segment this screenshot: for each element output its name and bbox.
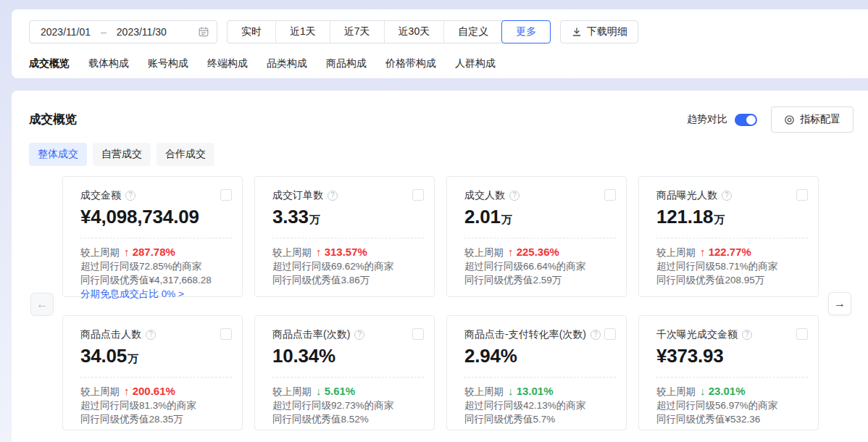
trend-compare-toggle[interactable] bbox=[735, 114, 757, 126]
tab-price-band[interactable]: 价格带构成 bbox=[385, 57, 436, 70]
tab-product[interactable]: 商品构成 bbox=[326, 57, 367, 70]
help-icon[interactable]: ? bbox=[722, 191, 732, 201]
filter-bar: 2023/11/01 – 2023/11/30 实时 近1天 近7天 近30天 … bbox=[12, 9, 868, 78]
metric-checkbox[interactable] bbox=[220, 328, 232, 340]
compare-line: 较上周期↓ 5.61% bbox=[272, 384, 424, 399]
metric-checkbox[interactable] bbox=[604, 328, 616, 340]
tab-carrier[interactable]: 载体构成 bbox=[88, 57, 129, 70]
section-tabs: 成交概览 载体构成 账号构成 终端构成 品类构成 商品构成 价格带构成 人群构成 bbox=[29, 57, 496, 70]
calendar-icon[interactable] bbox=[198, 26, 209, 38]
metric-title: 商品曝光人数 bbox=[656, 189, 717, 202]
compare-line: 较上周期↑ 287.78% bbox=[80, 245, 232, 259]
help-icon[interactable]: ? bbox=[125, 191, 135, 201]
compare-line: 较上周期↑ 200.61% bbox=[80, 384, 232, 399]
excellent-line: 同行同级优秀值¥532.36 bbox=[656, 412, 808, 426]
tab-terminal[interactable]: 终端构成 bbox=[207, 57, 248, 70]
metric-value: 2.94% bbox=[464, 345, 616, 367]
quick-range-group: 实时 近1天 近7天 近30天 自定义 更多 bbox=[227, 20, 551, 43]
quick-range-1d[interactable]: 近1天 bbox=[275, 21, 330, 43]
date-end[interactable]: 2023/11/30 bbox=[117, 26, 167, 38]
date-separator: – bbox=[101, 26, 107, 38]
right-arrow-icon: → bbox=[834, 297, 846, 310]
peer-line: 超过同行同级42.13%的商家 bbox=[464, 399, 616, 412]
metric-card-cpm-deal-amount: 千次曝光成交金额 ? ¥373.93 较上周期↓ 23.01% 超过同行同级56… bbox=[638, 315, 819, 430]
excellent-line: 同行同级优秀值5.7% bbox=[464, 412, 616, 426]
date-range-picker[interactable]: 2023/11/01 – 2023/11/30 bbox=[29, 20, 217, 43]
help-icon[interactable]: ? bbox=[327, 191, 338, 201]
divider bbox=[656, 377, 808, 378]
change-value: ↓ 13.01% bbox=[508, 385, 554, 397]
carousel-next-button[interactable]: → bbox=[828, 292, 851, 315]
quick-range-realtime[interactable]: 实时 bbox=[228, 21, 275, 43]
help-icon[interactable]: ? bbox=[354, 330, 364, 340]
deal-scope-subtabs: 整体成交 自营成交 合作成交 bbox=[29, 143, 214, 166]
metric-title: 成交金额 bbox=[80, 189, 121, 202]
help-icon[interactable]: ? bbox=[742, 330, 752, 340]
excellent-line: 同行同级优秀值¥4,317,668.28 bbox=[80, 273, 232, 287]
subtab-self-operated[interactable]: 自营成交 bbox=[93, 143, 151, 166]
peer-line: 超过同行同级66.64%的商家 bbox=[464, 259, 616, 273]
metric-title: 商品点击-支付转化率(次数) bbox=[464, 328, 586, 341]
metric-card-click-users: 商品点击人数 ? 34.05万 较上周期↑ 200.61% 超过同行同级81.3… bbox=[62, 315, 243, 430]
toggle-knob bbox=[746, 115, 756, 125]
carousel-prev-button[interactable]: ← bbox=[30, 293, 54, 316]
help-icon[interactable]: ? bbox=[591, 330, 601, 340]
metric-card-exposure-users: 商品曝光人数 ? 121.18万 较上周期↑ 122.77% 超过同行同级58.… bbox=[638, 176, 819, 297]
download-icon bbox=[572, 27, 582, 37]
quick-range-more[interactable]: 更多 bbox=[501, 20, 551, 43]
trend-compare-label: 趋势对比 bbox=[687, 113, 727, 126]
peer-line: 超过同行同级69.62%的商家 bbox=[272, 259, 424, 273]
metric-title: 商品点击率(次数) bbox=[272, 328, 350, 341]
metric-title: 成交人数 bbox=[464, 189, 505, 202]
metric-value: 10.34% bbox=[272, 345, 424, 367]
excellent-line: 同行同级优秀值3.86万 bbox=[272, 273, 424, 287]
help-icon[interactable]: ? bbox=[146, 330, 156, 340]
metric-checkbox[interactable] bbox=[796, 189, 808, 201]
config-icon bbox=[784, 114, 795, 125]
metric-card-click-pay-conversion: 商品点击-支付转化率(次数) ? 2.94% 较上周期↓ 13.01% 超过同行… bbox=[446, 315, 627, 430]
metric-checkbox[interactable] bbox=[604, 189, 616, 201]
change-value: ↑ 313.57% bbox=[316, 246, 367, 258]
download-label: 下载明细 bbox=[587, 25, 627, 38]
compare-line: 较上周期↑ 225.36% bbox=[464, 245, 616, 259]
metric-checkbox[interactable] bbox=[412, 328, 424, 340]
quick-range-30d[interactable]: 近30天 bbox=[384, 21, 444, 43]
installment-link[interactable]: 分期免息成交占比 0% > bbox=[80, 287, 232, 301]
compare-line: 较上周期↑ 313.57% bbox=[272, 245, 424, 259]
tab-audience[interactable]: 人群构成 bbox=[455, 57, 496, 70]
metric-checkbox[interactable] bbox=[796, 328, 808, 340]
subtab-cooperative[interactable]: 合作成交 bbox=[157, 143, 214, 166]
excellent-line: 同行同级优秀值208.95万 bbox=[656, 273, 808, 287]
metric-value: 2.01万 bbox=[464, 206, 616, 228]
date-start[interactable]: 2023/11/01 bbox=[41, 26, 91, 38]
metric-value: 3.33万 bbox=[272, 206, 424, 228]
panel-title: 成交概览 bbox=[29, 112, 77, 128]
subtab-overall[interactable]: 整体成交 bbox=[29, 143, 87, 166]
change-value: ↑ 287.78% bbox=[124, 246, 175, 258]
panel-header-actions: 趋势对比 指标配置 bbox=[687, 107, 854, 133]
metric-config-button[interactable]: 指标配置 bbox=[771, 107, 854, 133]
download-detail-button[interactable]: 下载明细 bbox=[560, 20, 638, 43]
change-value: ↓ 5.61% bbox=[316, 385, 355, 397]
divider bbox=[272, 238, 424, 238]
change-value: ↓ 23.01% bbox=[700, 385, 746, 397]
change-value: ↑ 200.61% bbox=[124, 385, 175, 397]
metric-checkbox[interactable] bbox=[220, 189, 232, 201]
tab-category[interactable]: 品类构成 bbox=[267, 57, 307, 70]
excellent-line: 同行同级优秀值2.59万 bbox=[464, 273, 616, 287]
filter-controls: 2023/11/01 – 2023/11/30 实时 近1天 近7天 近30天 … bbox=[29, 20, 638, 43]
change-value: ↑ 225.36% bbox=[508, 246, 559, 258]
metric-checkbox[interactable] bbox=[412, 189, 424, 201]
compare-line: 较上周期↑ 122.77% bbox=[656, 245, 808, 259]
tab-account[interactable]: 账号构成 bbox=[148, 57, 188, 70]
change-value: ↑ 122.77% bbox=[700, 246, 751, 258]
tab-deal-overview[interactable]: 成交概览 bbox=[29, 57, 70, 70]
help-icon[interactable]: ? bbox=[509, 191, 519, 201]
peer-line: 超过同行同级81.3%的商家 bbox=[80, 399, 232, 412]
excellent-line: 同行同级优秀值8.52% bbox=[272, 412, 424, 426]
quick-range-custom[interactable]: 自定义 bbox=[443, 21, 502, 43]
divider bbox=[656, 238, 808, 238]
excellent-line: 同行同级优秀值28.35万 bbox=[80, 412, 232, 426]
metric-title: 千次曝光成交金额 bbox=[656, 328, 738, 341]
quick-range-7d[interactable]: 近7天 bbox=[330, 21, 384, 43]
